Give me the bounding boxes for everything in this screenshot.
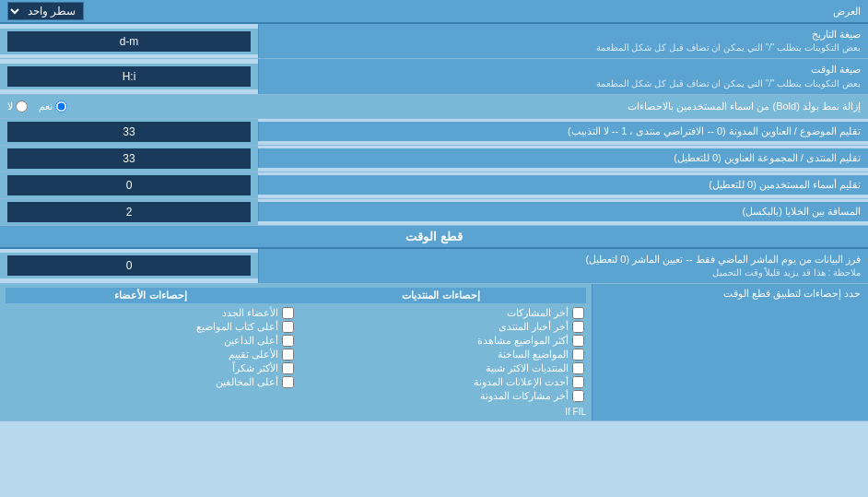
cell-spacing-input-container: 2 [0, 199, 258, 225]
cb-top-referrers-input[interactable] [282, 335, 294, 347]
forum-title-label: تقليم المنتدى / المجموعة العناوين (0 للت… [258, 148, 868, 168]
radio-no-label[interactable]: لا [7, 101, 28, 112]
date-format-input-container: d-m [0, 29, 258, 54]
members-stats-header: إحصاءات الأعضاء [6, 288, 296, 303]
display-select[interactable]: سطر واحد سطرين ثلاثة أسطر [7, 2, 84, 20]
forum-title-row: تقليم المنتدى / المجموعة العناوين (0 للت… [0, 146, 868, 172]
posts-stats-col: إحصاءات المنتديات أخر المشاركات أخر أخبا… [296, 288, 586, 403]
checkboxes-area: إحصاءات المنتديات أخر المشاركات أخر أخبا… [0, 284, 592, 420]
cb-top-posters: أعلى كتاب المواضيع [6, 320, 296, 334]
cb-top-referrers: أعلى الداعين [6, 334, 296, 348]
cell-spacing-row: المسافة بين الخلايا (بالبكسل) 2 [0, 199, 868, 226]
cb-top-posters-input[interactable] [282, 321, 294, 333]
cb-forum-news: أخر أخبار المنتدى [296, 320, 586, 334]
cb-latest-announcements-input[interactable] [572, 376, 584, 388]
cb-top-rated-input[interactable] [282, 349, 294, 361]
cb-most-viewed: أكثر المواضيع مشاهدة [296, 334, 586, 348]
user-names-label: تقليم أسماء المستخدمين (0 للتعطيل) [258, 175, 868, 195]
cutoff-input-container: 0 [0, 253, 258, 278]
stats-section: حدد إحصاءات لتطبيق قطع الوقت إحصاءات الم… [0, 284, 868, 421]
cutoff-label: فرز البيانات من يوم الماشر الماضي فقط --… [258, 249, 868, 283]
cb-similar-forums-input[interactable] [572, 362, 584, 374]
topic-title-input-container: 33 [0, 119, 258, 145]
cb-new-members-input[interactable] [282, 307, 294, 319]
cb-forum-news-input[interactable] [572, 321, 584, 333]
date-format-input[interactable]: d-m [7, 31, 251, 52]
bold-radio-options: نعم لا [7, 101, 67, 112]
radio-yes-label[interactable]: نعم [39, 101, 67, 112]
time-format-input[interactable]: H:i [7, 66, 251, 87]
apply-col: حدد إحصاءات لتطبيق قطع الوقت [592, 284, 868, 420]
cb-blog-posts-input[interactable] [572, 390, 584, 402]
cb-hot-topics-input[interactable] [572, 349, 584, 361]
time-format-label: صيغة الوقت بعض التكوينات يتطلب "/" التي … [258, 59, 868, 93]
topic-title-row: تقليم الموضوع / العناوين المدونة (0 -- ا… [0, 119, 868, 146]
date-format-row: صيغة التاريخ بعض التكوينات يتطلب "/" الت… [0, 24, 868, 59]
cb-top-rated: الأعلى تقييم [6, 348, 296, 361]
cb-most-thanked-input[interactable] [282, 362, 294, 374]
cb-most-thanked: الأكثر شكراً [6, 361, 296, 375]
posts-stats-header: إحصاءات المنتديات [296, 288, 586, 303]
cb-top-warned: أعلى المخالفين [6, 375, 296, 389]
cell-spacing-input[interactable]: 2 [7, 202, 251, 222]
cb-recent-posts: أخر المشاركات [296, 306, 586, 320]
topic-title-label: تقليم الموضوع / العناوين المدونة (0 -- ا… [258, 122, 868, 141]
forum-title-input[interactable]: 33 [7, 148, 251, 169]
topic-title-input[interactable]: 33 [7, 122, 251, 142]
members-stats-col: إحصاءات الأعضاء الأعضاء الجدد أعلى كتاب … [6, 288, 296, 403]
header-label: العرض [84, 6, 861, 18]
cell-spacing-label: المسافة بين الخلايا (بالبكسل) [258, 202, 868, 221]
radio-no[interactable] [16, 101, 28, 112]
user-names-row: تقليم أسماء المستخدمين (0 للتعطيل) 0 [0, 172, 868, 199]
cb-hot-topics: المواضيع الساخنة [296, 348, 586, 361]
time-format-input-container: H:i [0, 64, 258, 89]
header-row: العرض سطر واحد سطرين ثلاثة أسطر [0, 0, 868, 24]
if-fil-text: If FIL [6, 403, 586, 417]
cutoff-section-header: قطع الوقت [0, 226, 868, 249]
time-format-row: صيغة الوقت بعض التكوينات يتطلب "/" التي … [0, 59, 868, 94]
user-names-input[interactable]: 0 [7, 175, 251, 195]
forum-title-input-container: 33 [0, 146, 258, 172]
stats-outer: حدد إحصاءات لتطبيق قطع الوقت إحصاءات الم… [0, 284, 868, 420]
cutoff-input[interactable]: 0 [7, 255, 251, 276]
cb-most-viewed-input[interactable] [572, 335, 584, 347]
cutoff-row: فرز البيانات من يوم الماشر الماضي فقط --… [0, 249, 868, 284]
bold-radio-row: إزالة نمط بولد (Bold) من اسماء المستخدمي… [0, 95, 868, 119]
cb-latest-announcements: أحدث الإعلانات المدونة [296, 375, 586, 389]
checkboxes-grid: إحصاءات المنتديات أخر المشاركات أخر أخبا… [6, 288, 586, 403]
cb-similar-forums: المنتديات الاكثر شبية [296, 361, 586, 375]
cb-blog-posts: أخر مشاركات المدونة [296, 389, 586, 403]
main-container: العرض سطر واحد سطرين ثلاثة أسطر صيغة الت… [0, 0, 868, 497]
user-names-input-container: 0 [0, 172, 258, 198]
cb-top-warned-input[interactable] [282, 376, 294, 388]
date-format-label: صيغة التاريخ بعض التكوينات يتطلب "/" الت… [258, 24, 868, 58]
radio-yes[interactable] [55, 101, 67, 112]
bold-radio-label: إزالة نمط بولد (Bold) من اسماء المستخدمي… [67, 101, 861, 112]
cb-recent-posts-input[interactable] [572, 307, 584, 319]
cb-new-members: الأعضاء الجدد [6, 306, 296, 320]
